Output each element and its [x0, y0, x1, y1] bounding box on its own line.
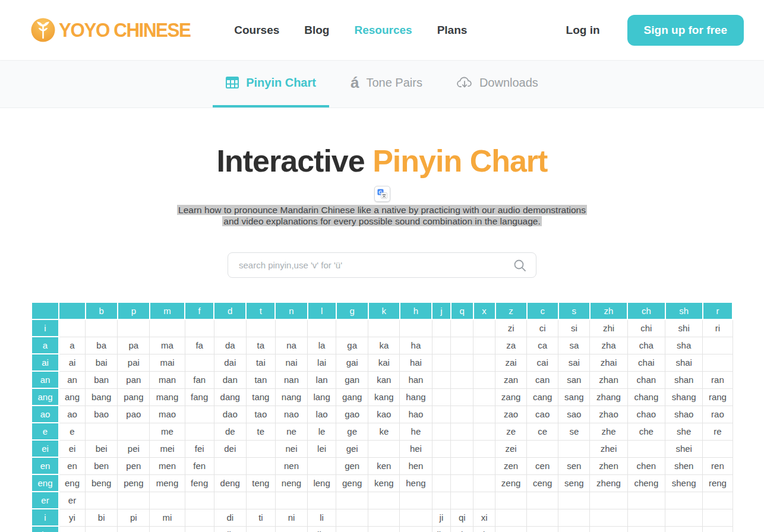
pinyin-cell-ren[interactable]: ren: [703, 457, 733, 474]
pinyin-cell-keng[interactable]: keng: [368, 474, 400, 492]
pinyin-cell-nan[interactable]: nan: [275, 371, 307, 388]
pinyin-cell-zan[interactable]: zan: [495, 371, 527, 388]
pinyin-cell-cen[interactable]: cen: [527, 457, 558, 474]
pinyin-cell-zao[interactable]: zao: [495, 406, 527, 423]
pinyin-cell-nai[interactable]: nai: [275, 354, 307, 371]
pinyin-cell-ai[interactable]: ai: [59, 354, 86, 371]
pinyin-cell-pang[interactable]: pang: [118, 388, 150, 406]
pinyin-cell-le[interactable]: le: [308, 423, 336, 440]
pinyin-cell-mai[interactable]: mai: [150, 354, 185, 371]
pinyin-cell-ya[interactable]: ya: [59, 526, 86, 532]
pinyin-cell-chai[interactable]: chai: [627, 354, 665, 371]
pinyin-cell-yi[interactable]: yi: [59, 509, 86, 526]
pinyin-cell-cheng[interactable]: cheng: [627, 474, 665, 492]
pinyin-cell-ba[interactable]: ba: [86, 337, 118, 354]
pinyin-cell-tan[interactable]: tan: [246, 371, 275, 388]
pinyin-cell-mi[interactable]: mi: [150, 509, 185, 526]
pinyin-cell-shen[interactable]: shen: [665, 457, 703, 474]
pinyin-cell-a[interactable]: a: [59, 337, 86, 354]
pinyin-cell-lang[interactable]: lang: [308, 388, 336, 406]
pinyin-cell-bi[interactable]: bi: [86, 509, 118, 526]
pinyin-cell-ri[interactable]: ri: [703, 319, 733, 337]
pinyin-cell-dia[interactable]: dia: [214, 526, 246, 532]
pinyin-cell-nen[interactable]: nen: [275, 457, 307, 474]
pinyin-cell-mang[interactable]: mang: [150, 388, 185, 406]
pinyin-cell-he[interactable]: he: [400, 423, 432, 440]
pinyin-cell-sa[interactable]: sa: [558, 337, 590, 354]
pinyin-cell-chao[interactable]: chao: [627, 406, 665, 423]
pinyin-cell-ne[interactable]: ne: [275, 423, 307, 440]
pinyin-cell-gan[interactable]: gan: [336, 371, 368, 388]
pinyin-cell-zi[interactable]: zi: [495, 319, 527, 337]
pinyin-cell-hai[interactable]: hai: [400, 354, 432, 371]
pinyin-cell-li[interactable]: li: [308, 509, 336, 526]
pinyin-cell-zai[interactable]: zai: [495, 354, 527, 371]
nav-item-blog[interactable]: Blog: [304, 24, 329, 37]
pinyin-cell-ao[interactable]: ao: [59, 406, 86, 423]
nav-item-resources[interactable]: Resources: [354, 24, 412, 37]
pinyin-cell-nang[interactable]: nang: [275, 388, 307, 406]
pinyin-cell-hao[interactable]: hao: [400, 406, 432, 423]
pinyin-cell-fan[interactable]: fan: [185, 371, 214, 388]
pinyin-cell-san[interactable]: san: [558, 371, 590, 388]
tab-pinyin-chart[interactable]: Pinyin Chart: [213, 60, 329, 107]
pinyin-cell-an[interactable]: an: [59, 371, 86, 388]
pinyin-cell-man[interactable]: man: [150, 371, 185, 388]
pinyin-cell-xi[interactable]: xi: [473, 509, 495, 526]
pinyin-cell-bao[interactable]: bao: [86, 406, 118, 423]
pinyin-cell-lai[interactable]: lai: [308, 354, 336, 371]
pinyin-cell-shai[interactable]: shai: [665, 354, 703, 371]
pinyin-cell-zhan[interactable]: zhan: [590, 371, 627, 388]
pinyin-cell-lao[interactable]: lao: [308, 406, 336, 423]
pinyin-cell-fei[interactable]: fei: [185, 440, 214, 457]
pinyin-cell-ni[interactable]: ni: [275, 509, 307, 526]
pinyin-cell-bei[interactable]: bei: [86, 440, 118, 457]
pinyin-cell-zhi[interactable]: zhi: [590, 319, 627, 337]
pinyin-cell-lia[interactable]: lia: [308, 526, 336, 532]
pinyin-cell-mei[interactable]: mei: [150, 440, 185, 457]
pinyin-cell-lei[interactable]: lei: [308, 440, 336, 457]
pinyin-cell-geng[interactable]: geng: [336, 474, 368, 492]
pinyin-cell-kai[interactable]: kai: [368, 354, 400, 371]
pinyin-cell-sheng[interactable]: sheng: [665, 474, 703, 492]
pinyin-cell-zhe[interactable]: zhe: [590, 423, 627, 440]
pinyin-cell-deng[interactable]: deng: [214, 474, 246, 492]
pinyin-cell-de[interactable]: de: [214, 423, 246, 440]
pinyin-cell-ti[interactable]: ti: [246, 509, 275, 526]
pinyin-cell-gai[interactable]: gai: [336, 354, 368, 371]
nav-item-plans[interactable]: Plans: [437, 24, 468, 37]
pinyin-cell-ha[interactable]: ha: [400, 337, 432, 354]
pinyin-cell-te[interactable]: te: [246, 423, 275, 440]
pinyin-cell-heng[interactable]: heng: [400, 474, 432, 492]
pinyin-cell-tang[interactable]: tang: [246, 388, 275, 406]
pinyin-cell-shao[interactable]: shao: [665, 406, 703, 423]
signup-button[interactable]: Sign up for free: [627, 15, 744, 46]
pinyin-cell-pei[interactable]: pei: [118, 440, 150, 457]
pinyin-cell-kan[interactable]: kan: [368, 371, 400, 388]
pinyin-cell-me[interactable]: me: [150, 423, 185, 440]
pinyin-cell-hen[interactable]: hen: [400, 457, 432, 474]
pinyin-cell-chi[interactable]: chi: [627, 319, 665, 337]
nav-item-courses[interactable]: Courses: [234, 24, 279, 37]
pinyin-cell-ze[interactable]: ze: [495, 423, 527, 440]
pinyin-cell-zhao[interactable]: zhao: [590, 406, 627, 423]
pinyin-cell-e[interactable]: e: [59, 423, 86, 440]
pinyin-cell-zhang[interactable]: zhang: [590, 388, 627, 406]
pinyin-cell-ma[interactable]: ma: [150, 337, 185, 354]
pinyin-cell-pi[interactable]: pi: [118, 509, 150, 526]
pinyin-cell-pa[interactable]: pa: [118, 337, 150, 354]
google-translate-icon[interactable]: G: [374, 186, 390, 202]
pinyin-cell-hei[interactable]: hei: [400, 440, 432, 457]
pinyin-cell-ken[interactable]: ken: [368, 457, 400, 474]
tab-tone-pairs[interactable]: áTone Pairs: [337, 60, 435, 107]
pinyin-cell-men[interactable]: men: [150, 457, 185, 474]
pinyin-cell-gao[interactable]: gao: [336, 406, 368, 423]
pinyin-cell-sen[interactable]: sen: [558, 457, 590, 474]
pinyin-cell-mao[interactable]: mao: [150, 406, 185, 423]
pinyin-cell-sang[interactable]: sang: [558, 388, 590, 406]
pinyin-cell-shang[interactable]: shang: [665, 388, 703, 406]
pinyin-cell-meng[interactable]: meng: [150, 474, 185, 492]
pinyin-cell-ran[interactable]: ran: [703, 371, 733, 388]
pinyin-cell-fang[interactable]: fang: [185, 388, 214, 406]
pinyin-cell-zei[interactable]: zei: [495, 440, 527, 457]
